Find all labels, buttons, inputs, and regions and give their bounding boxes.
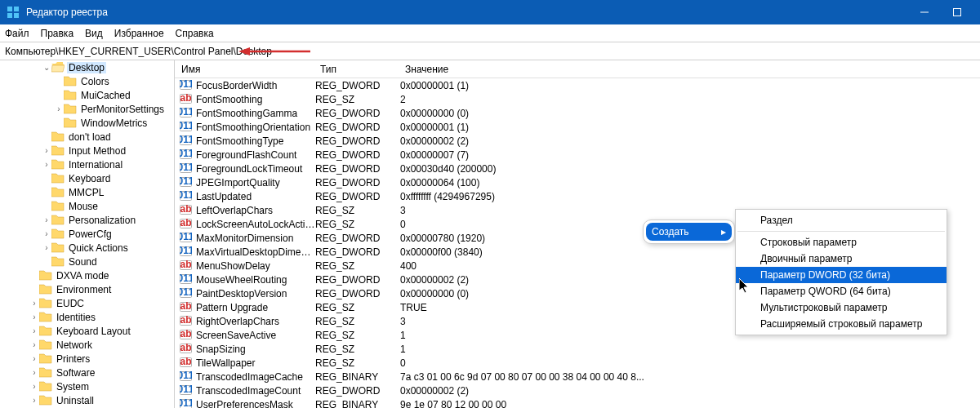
- tree-item[interactable]: MMCPL: [0, 185, 174, 199]
- context-item-new[interactable]: Создать ▸: [646, 223, 732, 241]
- folder-icon: [39, 395, 52, 406]
- address-path[interactable]: Компьютер\HKEY_CURRENT_USER\Control Pane…: [5, 46, 272, 57]
- chevron-right-icon[interactable]: ›: [42, 229, 51, 238]
- value-data: 2: [400, 94, 980, 105]
- tree-item-label: Printers: [55, 353, 91, 365]
- reg-string-icon: ab: [180, 259, 193, 273]
- tree-item[interactable]: MuiCached: [0, 88, 174, 102]
- tree-item[interactable]: ›System: [0, 379, 174, 393]
- value-row[interactable]: 011TranscodedImageCacheREG_BINARY7a c3 0…: [175, 370, 980, 384]
- tree-item[interactable]: ›Identities: [0, 310, 174, 324]
- chevron-down-icon[interactable]: ⌄: [42, 63, 51, 72]
- value-row[interactable]: 011JPEGImportQualityREG_DWORD0x00000064 …: [175, 175, 980, 189]
- svg-text:011: 011: [180, 286, 192, 298]
- chevron-right-icon[interactable]: ›: [42, 215, 51, 224]
- context-item[interactable]: Двоичный параметр: [736, 251, 947, 267]
- reg-binary-icon: 011: [180, 120, 193, 135]
- tree-item[interactable]: ›Printers: [0, 352, 174, 366]
- chevron-right-icon[interactable]: ›: [29, 299, 39, 308]
- context-menu-parent: Создать ▸: [643, 220, 735, 244]
- tree-item[interactable]: DXVA mode: [0, 268, 174, 282]
- tree-item[interactable]: Keyboard: [0, 171, 174, 185]
- tree-item[interactable]: ›EUDC: [0, 296, 174, 310]
- svg-text:ab: ab: [180, 217, 191, 228]
- chevron-right-icon[interactable]: ›: [29, 326, 39, 335]
- chevron-right-icon[interactable]: ›: [42, 146, 51, 155]
- value-row[interactable]: 011ForegroundFlashCountREG_DWORD0x000000…: [175, 148, 980, 162]
- value-row[interactable]: abSnapSizingREG_SZ1: [175, 342, 980, 356]
- chevron-right-icon[interactable]: ›: [29, 313, 39, 322]
- maximize-button[interactable]: [941, 0, 973, 24]
- tree-item[interactable]: ⌄Desktop: [0, 60, 174, 74]
- context-item[interactable]: Строковый параметр: [736, 234, 947, 251]
- value-row[interactable]: 011TranscodedImageCountREG_DWORD0x000000…: [175, 384, 980, 397]
- value-row[interactable]: 011FontSmoothingTypeREG_DWORD0x00000002 …: [175, 134, 980, 148]
- value-data: 0x00000001 (1): [400, 80, 980, 91]
- chevron-right-icon[interactable]: ›: [29, 340, 39, 349]
- value-name: FontSmoothingGamma: [196, 108, 315, 119]
- menu-view[interactable]: Вид: [85, 28, 103, 39]
- tree-item[interactable]: ›PerMonitorSettings: [0, 102, 174, 116]
- context-item[interactable]: Параметр QWORD (64 бита): [736, 283, 947, 299]
- chevron-right-icon[interactable]: ›: [42, 160, 51, 169]
- registry-tree[interactable]: ⌄DesktopColorsMuiCached›PerMonitorSettin…: [0, 60, 175, 408]
- tree-item[interactable]: ›Network: [0, 338, 174, 352]
- value-row[interactable]: 011UserPreferencesMaskREG_BINARY9e 1e 07…: [175, 397, 980, 408]
- value-row[interactable]: abFontSmoothingREG_SZ2: [175, 92, 980, 106]
- svg-marker-7: [238, 47, 250, 55]
- folder-icon: [51, 228, 65, 239]
- tree-item[interactable]: ›Personalization: [0, 213, 174, 227]
- tree-item[interactable]: Sound: [0, 255, 174, 268]
- context-item[interactable]: Параметр DWORD (32 бита): [736, 267, 947, 283]
- addressbar[interactable]: Компьютер\HKEY_CURRENT_USER\Control Pane…: [0, 42, 980, 60]
- value-name: FontSmoothingOrientation: [196, 122, 315, 133]
- value-row[interactable]: 011FocusBorderWidthREG_DWORD0x00000001 (…: [175, 78, 980, 92]
- value-row[interactable]: 011LastUpdatedREG_DWORD0xffffffff (42949…: [175, 189, 980, 203]
- tree-item[interactable]: ›Input Method: [0, 144, 174, 157]
- col-header-name[interactable]: Имя: [175, 64, 314, 75]
- value-row[interactable]: 011FontSmoothingOrientationREG_DWORD0x00…: [175, 120, 980, 134]
- context-item[interactable]: Расширяемый строковый параметр: [736, 316, 947, 332]
- value-name: RightOverlapChars: [196, 316, 315, 327]
- svg-text:011: 011: [180, 106, 192, 118]
- tree-item[interactable]: ›International: [0, 157, 174, 171]
- col-header-data[interactable]: Значение: [399, 64, 980, 75]
- value-type: REG_SZ: [315, 94, 400, 105]
- menu-help[interactable]: Справка: [176, 28, 214, 39]
- value-type: REG_BINARY: [315, 399, 400, 409]
- tree-item[interactable]: ›Software: [0, 366, 174, 379]
- chevron-right-icon[interactable]: ›: [29, 354, 39, 363]
- minimize-button[interactable]: [908, 0, 941, 24]
- folder-icon: [51, 201, 65, 211]
- folder-icon: [39, 339, 52, 350]
- tree-item[interactable]: Colors: [0, 74, 174, 88]
- tree-item[interactable]: ›Uninstall: [0, 393, 174, 407]
- value-data: 0x00000002 (2): [400, 135, 980, 147]
- context-item[interactable]: Мультистроковый параметр: [736, 299, 947, 316]
- tree-item[interactable]: WindowMetrics: [0, 116, 174, 130]
- chevron-right-icon[interactable]: ›: [42, 243, 51, 252]
- menu-edit[interactable]: Правка: [41, 28, 74, 39]
- chevron-right-icon[interactable]: ›: [29, 396, 39, 405]
- value-row[interactable]: 011ForegroundLockTimeoutREG_DWORD0x00030…: [175, 162, 980, 175]
- tree-item[interactable]: ›Keyboard Layout: [0, 324, 174, 338]
- tree-item-label: Mouse: [67, 201, 100, 212]
- tree-item[interactable]: ›Quick Actions: [0, 241, 174, 255]
- chevron-right-icon[interactable]: ›: [54, 104, 64, 113]
- tree-item[interactable]: ›PowerCfg: [0, 227, 174, 241]
- chevron-right-icon[interactable]: ›: [29, 368, 39, 377]
- value-type: REG_DWORD: [315, 288, 400, 299]
- reg-binary-icon: 011: [180, 162, 193, 176]
- value-row[interactable]: abTileWallpaperREG_SZ0: [175, 356, 980, 370]
- context-item[interactable]: Раздел: [736, 212, 947, 228]
- menu-favorites[interactable]: Избранное: [114, 28, 164, 39]
- tree-item-label: Environment: [55, 284, 113, 295]
- tree-item[interactable]: don't load: [0, 130, 174, 144]
- svg-text:011: 011: [180, 120, 192, 131]
- tree-item[interactable]: Mouse: [0, 199, 174, 213]
- menu-file[interactable]: Файл: [5, 28, 29, 39]
- col-header-type[interactable]: Тип: [314, 64, 399, 75]
- chevron-right-icon[interactable]: ›: [29, 382, 39, 391]
- tree-item[interactable]: Environment: [0, 282, 174, 296]
- value-row[interactable]: 011FontSmoothingGammaREG_DWORD0x00000000…: [175, 106, 980, 120]
